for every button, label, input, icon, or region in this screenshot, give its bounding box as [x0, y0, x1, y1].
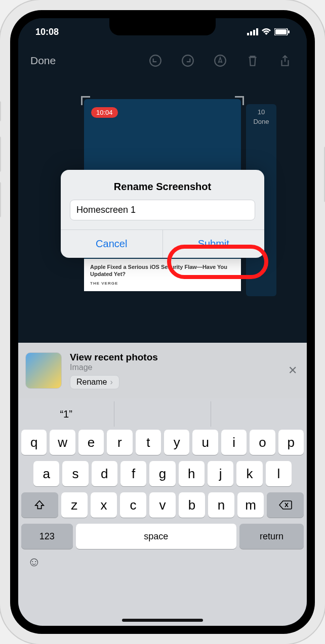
key-m[interactable]: m — [237, 492, 264, 518]
close-icon[interactable]: ✕ — [286, 363, 300, 378]
key-j[interactable]: j — [208, 461, 233, 486]
key-r[interactable]: r — [107, 430, 132, 455]
backspace-key[interactable] — [267, 492, 304, 518]
key-p[interactable]: p — [278, 430, 304, 455]
rename-input[interactable] — [70, 200, 255, 220]
share-icon[interactable] — [278, 54, 292, 67]
return-key[interactable]: return — [239, 524, 304, 549]
key-h[interactable]: h — [179, 461, 205, 486]
submit-button[interactable]: Submit — [162, 230, 265, 258]
keyboard: “1” q w e r t y u i o p a — [18, 398, 307, 626]
article-source: THE VERGE — [90, 281, 235, 286]
shift-key[interactable] — [21, 492, 58, 518]
wifi-icon — [261, 28, 271, 35]
key-b[interactable]: b — [179, 492, 205, 518]
key-row-4: 123 space return — [18, 521, 307, 552]
chevron-right-icon: › — [110, 378, 112, 387]
siri-rename-chip[interactable]: Rename › — [70, 375, 119, 389]
key-d[interactable]: d — [92, 461, 117, 486]
recording-pill: 10:04 — [91, 107, 118, 118]
screen: 10:08 Done — [18, 18, 307, 626]
key-t[interactable]: t — [136, 430, 161, 455]
space-key[interactable]: space — [76, 524, 236, 549]
siri-suggestion-bar: View recent photos Image Rename › ✕ — [18, 343, 307, 398]
markup-pen-icon[interactable] — [214, 54, 227, 67]
key-f[interactable]: f — [120, 461, 146, 486]
redo-icon[interactable] — [181, 54, 194, 67]
svg-point-8 — [182, 55, 193, 66]
numbers-key[interactable]: 123 — [21, 524, 73, 549]
key-row-1: q w e r t y u i o p — [18, 427, 307, 458]
svg-rect-1 — [250, 31, 252, 35]
siri-thumbnail — [25, 352, 62, 389]
key-e[interactable]: e — [78, 430, 104, 455]
home-indicator[interactable] — [122, 619, 203, 622]
article-snippet: Apple Fixed a Serious iOS Security Flaw—… — [84, 259, 241, 291]
key-o[interactable]: o — [250, 430, 275, 455]
key-v[interactable]: v — [149, 492, 176, 518]
key-g[interactable]: g — [149, 461, 175, 486]
trash-icon[interactable] — [246, 54, 259, 67]
key-row-2: a s d f g h j k l — [18, 458, 307, 489]
key-row-3: z x c v b n m — [18, 489, 307, 521]
secondary-time: 10 — [258, 108, 265, 116]
key-c[interactable]: c — [120, 492, 146, 518]
key-a[interactable]: a — [33, 461, 59, 486]
siri-title: View recent photos — [70, 352, 286, 363]
prediction-1[interactable]: “1” — [18, 401, 114, 427]
key-k[interactable]: k — [236, 461, 262, 486]
status-time: 10:08 — [35, 27, 59, 37]
shift-icon — [34, 499, 45, 511]
dialog-title: Rename Screenshot — [61, 170, 264, 200]
cellular-icon — [247, 28, 258, 35]
svg-rect-5 — [275, 29, 287, 34]
emoji-key[interactable]: ☺ — [27, 554, 41, 570]
key-u[interactable]: u — [192, 430, 218, 455]
key-l[interactable]: l — [266, 461, 292, 486]
backspace-icon — [279, 500, 292, 510]
prediction-2[interactable] — [114, 401, 210, 427]
prediction-3[interactable] — [211, 401, 307, 427]
key-z[interactable]: z — [61, 492, 88, 518]
svg-rect-0 — [247, 33, 249, 35]
siri-subtitle: Image — [70, 363, 286, 372]
key-q[interactable]: q — [21, 430, 47, 455]
svg-rect-3 — [256, 28, 258, 35]
key-w[interactable]: w — [50, 430, 75, 455]
prediction-row: “1” — [18, 401, 307, 427]
key-i[interactable]: i — [221, 430, 247, 455]
key-y[interactable]: y — [164, 430, 189, 455]
secondary-done: Done — [253, 118, 269, 125]
status-icons — [247, 28, 290, 35]
key-x[interactable]: x — [91, 492, 117, 518]
notch — [109, 18, 216, 35]
battery-icon — [274, 28, 290, 35]
svg-rect-2 — [253, 30, 255, 35]
undo-icon[interactable] — [149, 54, 162, 67]
done-button[interactable]: Done — [30, 55, 56, 67]
crop-handle-top-left[interactable] — [81, 96, 90, 105]
key-s[interactable]: s — [62, 461, 88, 486]
svg-point-7 — [150, 55, 161, 66]
siri-chip-label: Rename — [76, 378, 107, 387]
key-n[interactable]: n — [208, 492, 234, 518]
cancel-button[interactable]: Cancel — [61, 230, 162, 258]
svg-rect-6 — [288, 30, 290, 33]
crop-handle-top-right[interactable] — [235, 96, 244, 105]
rename-dialog: Rename Screenshot Cancel Submit — [61, 170, 264, 258]
markup-toolbar: Done — [18, 45, 307, 76]
article-title: Apple Fixed a Serious iOS Security Flaw—… — [90, 264, 235, 278]
